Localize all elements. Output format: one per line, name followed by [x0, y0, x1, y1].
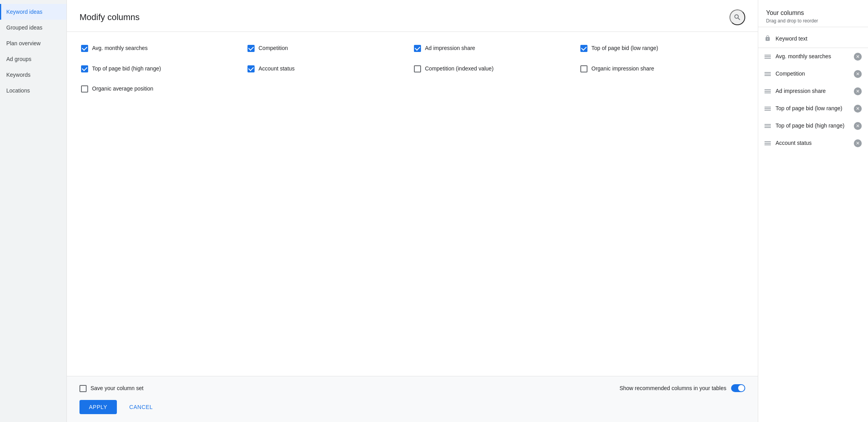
checkbox-item-organic-impression-share: Organic impression share [579, 62, 745, 76]
apply-button[interactable]: APPLY [79, 400, 117, 414]
checkbox-label-account-status[interactable]: Account status [259, 65, 295, 73]
drag-handle-rp-avg-monthly[interactable] [765, 55, 771, 59]
footer-top-row: Save your column set Show recommended co… [79, 384, 745, 392]
sidebar-item-ad-groups[interactable]: Ad groups [0, 51, 66, 67]
right-panel-header: Your columns Drag and drop to reorder [758, 0, 868, 27]
footer-buttons: APPLY CANCEL [79, 400, 745, 414]
locked-item-label: Keyword text [776, 35, 862, 43]
modal-footer: Save your column set Show recommended co… [67, 376, 758, 422]
right-panel-item-rp-ad-impression: Ad impression share✕ [758, 83, 868, 100]
cancel-button[interactable]: CANCEL [123, 400, 159, 414]
right-panel-label-rp-competition: Competition [776, 70, 849, 78]
checkmark-top-of-page-bid-low [580, 45, 587, 52]
modify-columns-modal: Modify columns Avg. monthly searchesComp… [67, 0, 758, 422]
sidebar-item-plan-overview[interactable]: Plan overview [0, 35, 66, 51]
drag-handle-rp-account-status[interactable] [765, 141, 771, 145]
drag-handle-rp-ad-impression[interactable] [765, 89, 771, 93]
checkbox-label-top-of-page-bid-low[interactable]: Top of page bid (low range) [591, 44, 658, 52]
sidebar-item-keywords[interactable]: Keywords [0, 67, 66, 83]
right-panel-label-rp-ad-impression: Ad impression share [776, 87, 849, 95]
sidebar-item-locations[interactable]: Locations [0, 83, 66, 98]
remove-button-rp-account-status[interactable]: ✕ [854, 139, 862, 147]
right-panel-label-rp-top-high: Top of page bid (high range) [776, 122, 849, 130]
checkmark-account-status [247, 65, 255, 72]
checkbox-item-avg-monthly-searches: Avg. monthly searches [79, 41, 246, 56]
checkbox-label-competition-indexed[interactable]: Competition (indexed value) [425, 65, 493, 73]
right-panel-label-rp-top-low: Top of page bid (low range) [776, 105, 849, 113]
right-panel-items: Keyword text Avg. monthly searches✕Compe… [758, 27, 868, 422]
checkbox-item-competition: Competition [246, 41, 412, 56]
checkbox-wrapper-top-of-page-bid-high[interactable] [81, 65, 88, 72]
checkbox-item-competition-indexed: Competition (indexed value) [412, 62, 579, 76]
right-panel: Your columns Drag and drop to reorder Ke… [758, 0, 868, 422]
remove-button-rp-ad-impression[interactable]: ✕ [854, 87, 862, 95]
right-panel-label-rp-avg-monthly: Avg. monthly searches [776, 53, 849, 61]
recommended-toggle-row: Show recommended columns in your tables [619, 384, 745, 392]
drag-handle-rp-top-low[interactable] [765, 107, 771, 111]
right-panel-item-rp-top-high: Top of page bid (high range)✕ [758, 117, 868, 135]
remove-button-rp-top-high[interactable]: ✕ [854, 122, 862, 130]
checkbox-wrapper-competition[interactable] [247, 45, 255, 52]
search-button[interactable] [729, 9, 745, 25]
save-col-set-checkmark [79, 385, 87, 392]
remove-button-rp-competition[interactable]: ✕ [854, 70, 862, 78]
modal-header: Modify columns [67, 0, 758, 32]
checkbox-item-organic-avg-position: Organic average position [79, 82, 246, 96]
checkbox-label-avg-monthly-searches[interactable]: Avg. monthly searches [92, 44, 148, 52]
recommended-toggle-switch[interactable] [731, 384, 745, 392]
drag-handle-rp-competition[interactable] [765, 72, 771, 76]
checkbox-wrapper-account-status[interactable] [247, 65, 255, 72]
modal-title: Modify columns [79, 12, 140, 22]
drag-handle-rp-top-high[interactable] [765, 124, 771, 128]
remove-button-rp-top-low[interactable]: ✕ [854, 105, 862, 113]
checkbox-wrapper-avg-monthly-searches[interactable] [81, 45, 88, 52]
checkmark-avg-monthly-searches [81, 45, 88, 52]
search-icon [733, 13, 741, 21]
right-panel-item-rp-avg-monthly: Avg. monthly searches✕ [758, 48, 868, 65]
checkbox-label-competition[interactable]: Competition [259, 44, 288, 52]
checkbox-label-top-of-page-bid-high[interactable]: Top of page bid (high range) [92, 65, 161, 73]
checkbox-wrapper-top-of-page-bid-low[interactable] [580, 45, 587, 52]
right-panel-subtitle: Drag and drop to reorder [766, 18, 860, 24]
checkmark-organic-impression-share [580, 65, 587, 72]
sidebar-item-keyword-ideas[interactable]: Keyword ideas [0, 4, 66, 20]
checkbox-item-top-of-page-bid-high: Top of page bid (high range) [79, 62, 246, 76]
main-area: Modify columns Avg. monthly searchesComp… [67, 0, 758, 422]
right-panel-title: Your columns [766, 9, 860, 17]
checkbox-wrapper-organic-impression-share[interactable] [580, 65, 587, 72]
right-panel-item-rp-competition: Competition✕ [758, 65, 868, 83]
right-panel-locked-item: Keyword text [758, 30, 868, 48]
checkbox-item-top-of-page-bid-low: Top of page bid (low range) [579, 41, 745, 56]
checkbox-wrapper-organic-avg-position[interactable] [81, 85, 88, 93]
checkbox-wrapper-competition-indexed[interactable] [414, 65, 421, 72]
save-column-set-row: Save your column set [79, 385, 144, 392]
right-panel-label-rp-account-status: Account status [776, 139, 849, 147]
sidebar: Keyword ideas Grouped ideas Plan overvie… [0, 0, 67, 422]
remove-button-rp-avg-monthly[interactable]: ✕ [854, 53, 862, 61]
checkmark-organic-avg-position [81, 85, 88, 93]
right-panel-item-rp-account-status: Account status✕ [758, 135, 868, 152]
sidebar-item-grouped-ideas[interactable]: Grouped ideas [0, 20, 66, 35]
save-col-set-checkbox-wrapper[interactable] [79, 385, 87, 392]
checkmark-competition-indexed [414, 65, 421, 72]
columns-grid: Avg. monthly searchesCompetitionAd impre… [67, 32, 758, 376]
save-col-set-label[interactable]: Save your column set [90, 385, 144, 391]
checkbox-label-ad-impression-share[interactable]: Ad impression share [425, 44, 475, 52]
checkbox-wrapper-ad-impression-share[interactable] [414, 45, 421, 52]
checkmark-top-of-page-bid-high [81, 65, 88, 72]
checkbox-item-account-status: Account status [246, 62, 412, 76]
checkmark-ad-impression-share [414, 45, 421, 52]
lock-icon [765, 35, 771, 43]
checkbox-label-organic-avg-position[interactable]: Organic average position [92, 85, 153, 93]
right-panel-draggable-items: Avg. monthly searches✕Competition✕Ad imp… [758, 48, 868, 152]
checkbox-label-organic-impression-share[interactable]: Organic impression share [591, 65, 654, 73]
checkbox-item-ad-impression-share: Ad impression share [412, 41, 579, 56]
recommended-label: Show recommended columns in your tables [619, 385, 726, 391]
right-panel-item-rp-top-low: Top of page bid (low range)✕ [758, 100, 868, 117]
checkmark-competition [247, 45, 255, 52]
